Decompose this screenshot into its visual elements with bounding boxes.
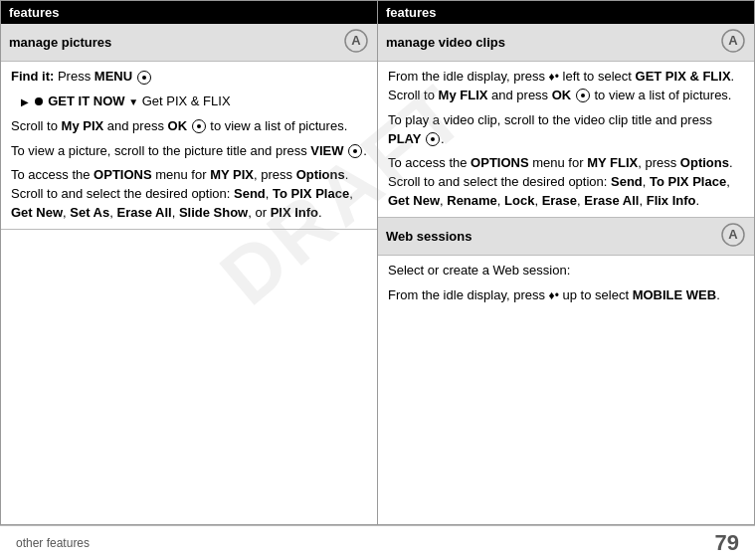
manage-video-section: manage video clips A From the idle displ…: [378, 24, 754, 218]
accessibility-icon: A: [343, 28, 369, 57]
video-play: To play a video clip, scroll to the vide…: [388, 111, 744, 149]
nav-up-icon: ♦•: [549, 287, 559, 304]
svg-text:A: A: [728, 227, 738, 242]
view-picture: To view a picture, scroll to the picture…: [11, 142, 367, 161]
get-it-now-line: ▶ GET IT NOW ▼ Get PIX & FLIX: [11, 93, 367, 111]
manage-video-body: From the idle display, press ♦• left to …: [378, 62, 754, 217]
get-it-now-label: GET IT NOW: [48, 93, 124, 108]
nav-arrow-right: ▶: [21, 96, 29, 107]
manage-pictures-body: Find it: Press MENU ▶ GET IT NOW ▼ Get P…: [1, 62, 377, 229]
dot-bullet: [35, 97, 43, 105]
view-icon: [348, 144, 362, 158]
web-session-idle: From the idle display, press ♦• up to se…: [388, 286, 744, 305]
options-mypix: To access the OPTIONS menu for MY PIX, p…: [11, 166, 367, 223]
accessibility-icon-3: A: [720, 222, 746, 251]
right-column: features manage video clips A: [378, 1, 754, 524]
right-col-sections: manage video clips A From the idle displ…: [378, 24, 754, 524]
menu-nav-icon: [137, 71, 151, 85]
main-content: features manage pictures A Find i: [0, 0, 755, 525]
page-number: 79: [715, 530, 739, 556]
ok-icon-2: [576, 89, 590, 102]
svg-text:A: A: [351, 33, 361, 48]
video-idle-display: From the idle display, press ♦• left to …: [388, 68, 744, 105]
play-icon: [426, 132, 440, 146]
web-sessions-body: Select or create a Web session: From the…: [378, 256, 754, 311]
options-myflix: To access the OPTIONS menu for MY FLIX, …: [388, 154, 744, 211]
left-column: features manage pictures A Find i: [1, 1, 378, 524]
web-sessions-title: Web sessions A: [378, 218, 754, 256]
find-it-line: Find it: Press MENU: [11, 68, 367, 87]
footer-label: other features: [16, 536, 715, 550]
left-col-header: features: [1, 1, 377, 24]
web-sessions-section: Web sessions A Select or create a Web se…: [378, 218, 754, 524]
get-pix-flix-label: Get PIX & FLIX: [142, 93, 231, 108]
ok-icon: [192, 119, 206, 133]
manage-video-title: manage video clips A: [378, 24, 754, 62]
web-sessions-label: Web sessions: [386, 229, 472, 244]
manage-video-label: manage video clips: [386, 35, 505, 50]
web-session-create: Select or create a Web session:: [388, 262, 744, 280]
manage-pictures-label: manage pictures: [9, 35, 111, 50]
scroll-mypix: Scroll to My PIX and press OK to view a …: [11, 117, 367, 136]
dropdown-arrow: ▼: [128, 96, 138, 107]
manage-pictures-section: manage pictures A Find it: Press MENU: [1, 24, 377, 230]
manage-pictures-title: manage pictures A: [1, 24, 377, 62]
svg-text:A: A: [728, 33, 738, 48]
nav-left-icon: ♦•: [549, 69, 559, 86]
right-col-header: features: [378, 1, 754, 24]
footer: other features 79: [0, 525, 755, 560]
accessibility-icon-2: A: [720, 28, 746, 57]
